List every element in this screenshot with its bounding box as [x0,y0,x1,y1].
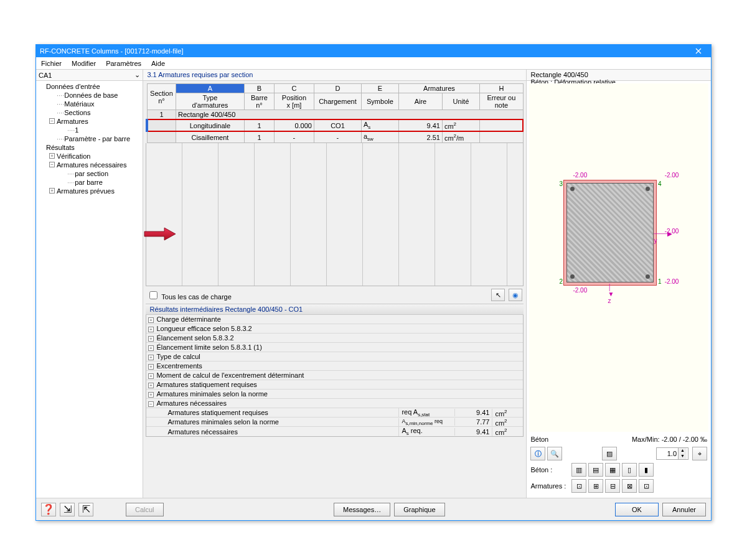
beton-view-1[interactable]: ▥ [571,463,586,477]
expand-icon[interactable]: + [148,317,154,323]
col-unite[interactable]: Unité [442,93,479,110]
expand-icon[interactable]: + [148,327,154,332]
menu-aide[interactable]: Aide [146,58,170,68]
expand-icon[interactable]: + [148,383,154,388]
help-button[interactable]: ❓ [41,503,56,516]
nav-arm-prevues[interactable]: +Armatures prévues [36,187,143,195]
expand-icon[interactable]: + [148,355,154,360]
col-letter-e[interactable]: E [361,84,398,93]
zoom-reset-button[interactable]: ⌖ [692,447,707,460]
nav-donnees-base[interactable]: ····Données de base [36,91,143,100]
menu-modifier[interactable]: Modifier [67,58,101,68]
arm-view-3[interactable]: ⊟ [605,479,620,493]
col-letter-c[interactable]: C [274,84,314,93]
collapse-icon[interactable]: − [148,401,154,407]
expand-icon[interactable]: + [148,336,154,342]
messages-button[interactable]: Messages… [334,503,390,516]
collapse-icon[interactable]: − [49,162,55,167]
calcul-button[interactable]: Calcul [126,503,164,516]
import-button[interactable]: ⇱ [78,503,93,516]
grid-row-longitudinale[interactable]: Longitudinale 1 0.000 CO1 As 9.41 cm2 [147,119,523,131]
nav-par-barre[interactable]: ····par barre [36,178,143,187]
info-button[interactable]: ⓘ [530,447,545,460]
nav-verification[interactable]: +Vérification [36,152,143,161]
eye-tool-button[interactable]: ◉ [509,289,522,301]
col-chargement[interactable]: Chargement [314,93,361,110]
find-button[interactable]: 🔍 [547,447,562,460]
export-button[interactable]: ⇲ [60,503,75,516]
nav-arm-necessaires[interactable]: −Armatures nécessaires [36,161,143,169]
nav-donnees-entree[interactable]: Données d'entrée [36,82,143,91]
col-type[interactable]: Typed'armatures [176,93,244,110]
col-position[interactable]: Positionx [m] [274,93,314,110]
menu-parametres[interactable]: Paramètres [101,58,146,68]
inter-row[interactable]: +Élancement limite selon 5.8.3.1 (1) [146,343,523,352]
inter-row-expanded[interactable]: −Armatures nécessaires [146,399,523,408]
col-erreur[interactable]: Erreur ounote [479,93,523,110]
col-letter-a[interactable]: A [176,84,244,93]
col-symbole[interactable]: Symbole [361,93,398,110]
beton-view-4[interactable]: ▯ [622,463,637,477]
expand-icon[interactable]: + [49,153,55,159]
nav-armatures[interactable]: −Armatures [36,117,143,126]
pointer-tool-button[interactable]: ↖ [491,289,505,301]
expand-icon[interactable]: + [49,188,55,194]
menu-fichier[interactable]: Fichier [36,58,67,68]
nav-par-section[interactable]: ····par section [36,169,143,178]
graphique-button[interactable]: Graphique [394,503,444,516]
beton-view-5[interactable]: ▮ [639,463,654,477]
inter-row[interactable]: +Élancement selon 5.8.3.2 [146,334,523,343]
beton-view-3[interactable]: ▦ [605,463,620,477]
case-selector[interactable]: CA1 ⌄ [36,70,143,81]
expand-icon[interactable]: + [148,345,154,351]
col-section[interactable]: Sectionn° [147,84,176,110]
inter-row[interactable]: +Moment de calcul de l'excentrement déte… [146,371,523,380]
panel-title: 3.1 Armatures requises par section [143,70,526,81]
col-letter-d[interactable]: D [314,84,361,93]
collapse-icon[interactable]: − [49,118,55,124]
inter-row[interactable]: +Armatures statiquement requises [146,380,523,390]
nav-sections[interactable]: ····Sections [36,108,143,117]
spin-down-icon[interactable]: ▼ [678,454,687,459]
inter-row[interactable]: +Charge déterminante [146,315,523,324]
nav-resultats[interactable]: Résultats [36,143,143,152]
inter-row[interactable]: +Excentrements [146,362,523,371]
close-button[interactable] [686,45,711,57]
scale-input[interactable] [657,449,678,458]
arm-view-1[interactable]: ⊡ [571,479,586,493]
col-aire[interactable]: Aire [398,93,442,110]
hatch-button[interactable]: ▨ [602,447,617,460]
annuler-button[interactable]: Annuler [662,503,706,516]
inter-row[interactable]: +Armatures minimales selon la norme [146,390,523,399]
expand-icon[interactable]: + [148,373,154,379]
grid-row-cisaillement[interactable]: Cisaillement 1 - - asw 2.51 cm2/m [147,131,523,143]
arm-view-4[interactable]: ⊠ [622,479,637,493]
beton-view-2[interactable]: ▤ [588,463,603,477]
left-column: CA1 ⌄ Données d'entrée ····Données de ba… [36,70,143,498]
scale-spinner[interactable]: ▲▼ [656,447,688,460]
inter-row[interactable]: +Type de calcul [146,352,523,362]
check-all-load-cases[interactable]: Tous les cas de charge [147,289,231,301]
arm-view-5[interactable]: ⊡ [639,479,654,493]
col-letter-h[interactable]: H [479,84,523,93]
inter-detail-row[interactable]: Armatures nécessairesAs req.9.41cm2 [146,427,523,436]
check-all-load-cases-box[interactable] [149,291,157,299]
col-barre[interactable]: Barren° [244,93,274,110]
ok-button[interactable]: OK [615,503,659,516]
spin-up-icon[interactable]: ▲ [678,448,687,454]
inter-detail-row[interactable]: Armatures minimales selon la normeAs,min… [146,418,523,427]
nav-armatures-1[interactable]: ····1 [36,126,143,134]
nav-param-barre[interactable]: ····Paramètre - par barre [36,134,143,143]
expand-icon[interactable]: + [148,364,154,370]
grid-section-row[interactable]: 1 Rectangle 400/450 [147,110,523,120]
expand-icon[interactable]: + [148,392,154,398]
inter-detail-row[interactable]: Armatures statiquement requisesreq As,st… [146,408,523,418]
intermediate-grid: +Charge déterminante +Longueur efficace … [146,315,524,437]
section-drawing[interactable]: 3 4 2 1 -2.00 -2.00 -2.00 -2.00 -2.00 ──… [529,83,708,432]
arm-view-2[interactable]: ⊞ [588,479,603,493]
col-armatures[interactable]: Armatures [398,84,479,93]
col-letter-b[interactable]: B [244,84,274,93]
section-tools: ⓘ 🔍 ▨ ▲▼ ⌖ Béton : ▥ ▤ [527,444,711,498]
nav-materiaux[interactable]: ····Matériaux [36,100,143,108]
inter-row[interactable]: +Longueur efficace selon 5.8.3.2 [146,324,523,334]
